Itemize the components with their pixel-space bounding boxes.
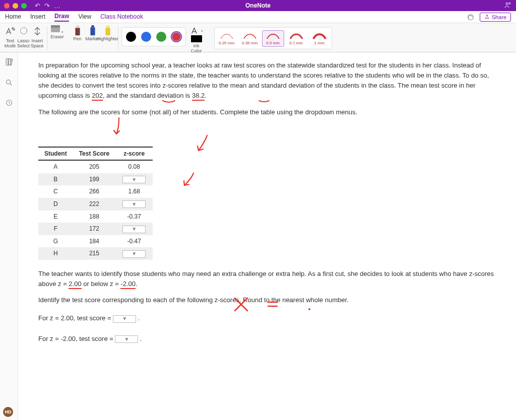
svg-point-12 <box>308 308 310 310</box>
z-low: -2.00 <box>120 280 136 289</box>
paragraph-identify: Identify the test score corresponding to… <box>38 295 496 305</box>
th-score: Test Score <box>73 147 115 161</box>
stroke-0-25-label: 0.25 mm <box>219 41 234 45</box>
ribbon-tabs: Home Insert Draw View Class Notebook Sha… <box>0 11 516 23</box>
insert-space-button[interactable]: Insert Space <box>31 25 44 48</box>
traffic-lights <box>4 3 27 9</box>
stroke-0-5[interactable]: 0.5 mm <box>262 30 284 47</box>
cell-student: A <box>38 160 73 173</box>
answer-dropdown-1[interactable]: ▼ <box>113 315 136 323</box>
table-row: B199▼ <box>38 173 153 186</box>
qat-more-button[interactable]: … <box>54 2 60 10</box>
stroke-width-group: 0.25 mm 0.35 mm 0.5 mm 0.7 mm 1 mm <box>214 27 332 49</box>
svg-point-10 <box>6 80 10 84</box>
paragraph-instruction: The following are the scores for some (n… <box>38 107 496 117</box>
cell-student: D <box>38 198 73 211</box>
stroke-0-35-label: 0.35 mm <box>242 41 257 45</box>
lasso-label: Lasso Select <box>17 38 30 48</box>
share-button[interactable]: Share <box>480 13 511 22</box>
th-student: Student <box>38 147 73 161</box>
table-row: E188-0.37 <box>38 211 153 223</box>
recent-icon[interactable] <box>5 99 13 109</box>
share-label: Share <box>492 14 506 20</box>
presence-icon[interactable] <box>504 1 512 11</box>
question-z-pos: For z = 2.00, test score = ▼ . <box>38 313 496 323</box>
cell-score: 184 <box>73 235 115 248</box>
sd-value: 38.2 <box>192 92 205 101</box>
z-dropdown[interactable]: ▼ <box>122 250 146 258</box>
tab-view[interactable]: View <box>78 13 91 21</box>
lasso-select-button[interactable]: Lasso Select <box>17 25 30 48</box>
text-mode-label: Text Mode <box>5 38 16 48</box>
svg-point-3 <box>20 28 27 34</box>
quick-access-toolbar: ↶ ↷ … <box>35 2 60 10</box>
th-z: z-score <box>115 147 153 161</box>
search-icon[interactable] <box>5 79 13 89</box>
text-mode-button[interactable]: Text Mode <box>4 25 16 48</box>
ribbon-draw: Text Mode Lasso Select Insert Space ▾ Er… <box>0 23 516 52</box>
cell-z: -0.47 <box>115 235 153 248</box>
ink-color-label: Ink Color <box>191 43 202 53</box>
question-z-neg: For z = -2.00, test score = ▼ . <box>38 334 496 344</box>
stroke-1[interactable]: 1 mm <box>308 31 331 46</box>
answer-dropdown-2[interactable]: ▼ <box>115 335 138 343</box>
z-dropdown[interactable]: ▼ <box>122 226 146 233</box>
cell-student: F <box>38 223 73 235</box>
sync-icon[interactable] <box>467 13 475 21</box>
pen-label: Pen <box>74 36 82 41</box>
stroke-0-35[interactable]: 0.35 mm <box>239 31 261 46</box>
svg-rect-6 <box>90 28 95 36</box>
z-dropdown[interactable]: ▼ <box>122 200 146 208</box>
cell-score: 266 <box>73 185 115 198</box>
paragraph-threshold: The teacher wants to identify those stud… <box>38 269 496 289</box>
cell-z: 0.08 <box>115 160 153 173</box>
color-green[interactable] <box>156 32 166 42</box>
color-red[interactable] <box>171 32 181 42</box>
zoom-window-button[interactable] <box>21 3 27 9</box>
minimize-window-button[interactable] <box>13 3 18 9</box>
cell-student: B <box>38 173 73 186</box>
table-row: G184-0.47 <box>38 235 153 248</box>
insert-space-label: Insert Space <box>31 38 44 48</box>
ink-color-button[interactable]: ▾ Ink Color <box>190 27 203 53</box>
stroke-0-7-label: 0.7 mm <box>289 41 303 45</box>
svg-rect-8 <box>105 28 110 36</box>
left-rail <box>0 52 18 420</box>
highlighter-label: Highlighter <box>97 36 118 41</box>
pen-color-palette <box>121 27 186 46</box>
notebooks-icon[interactable] <box>5 57 14 68</box>
table-row: F172▼ <box>38 223 153 235</box>
tab-home[interactable]: Home <box>5 13 21 21</box>
highlighter-button[interactable]: Highlighter <box>101 25 115 41</box>
pen-button[interactable]: Pen <box>71 25 85 41</box>
cell-z: ▼ <box>115 173 153 186</box>
app-title: OneNote <box>245 2 271 9</box>
cell-z: ▼ <box>115 223 153 235</box>
page-canvas[interactable]: In preparation for the upcoming school y… <box>18 52 516 420</box>
tab-class-notebook[interactable]: Class Notebook <box>100 13 143 21</box>
cell-z: 1.68 <box>115 185 153 198</box>
cell-score: 222 <box>73 198 115 211</box>
undo-button[interactable]: ↶ <box>35 2 40 10</box>
user-avatar[interactable]: HD <box>3 407 13 417</box>
eraser-button[interactable]: ▾ Eraser <box>50 25 64 39</box>
close-window-button[interactable] <box>4 3 10 9</box>
svg-point-1 <box>509 3 510 4</box>
stroke-0-25[interactable]: 0.25 mm <box>216 31 238 46</box>
tab-insert[interactable]: Insert <box>30 13 45 21</box>
color-black[interactable] <box>126 32 136 42</box>
table-row: C2661.68 <box>38 185 153 198</box>
cell-score: 205 <box>73 160 115 173</box>
cell-z: -0.37 <box>115 211 153 223</box>
cell-z: ▼ <box>115 198 153 211</box>
paragraph-intro: In preparation for the upcoming school y… <box>38 60 496 101</box>
tab-draw[interactable]: Draw <box>54 13 69 22</box>
eraser-label: Eraser <box>50 34 64 39</box>
table-row: A2050.08 <box>38 160 153 173</box>
z-dropdown[interactable]: ▼ <box>122 176 146 183</box>
stroke-0-7[interactable]: 0.7 mm <box>285 31 307 46</box>
redo-button[interactable]: ↷ <box>44 2 50 10</box>
cell-score: 199 <box>73 173 115 186</box>
svg-marker-7 <box>91 25 94 28</box>
color-blue[interactable] <box>141 32 151 42</box>
